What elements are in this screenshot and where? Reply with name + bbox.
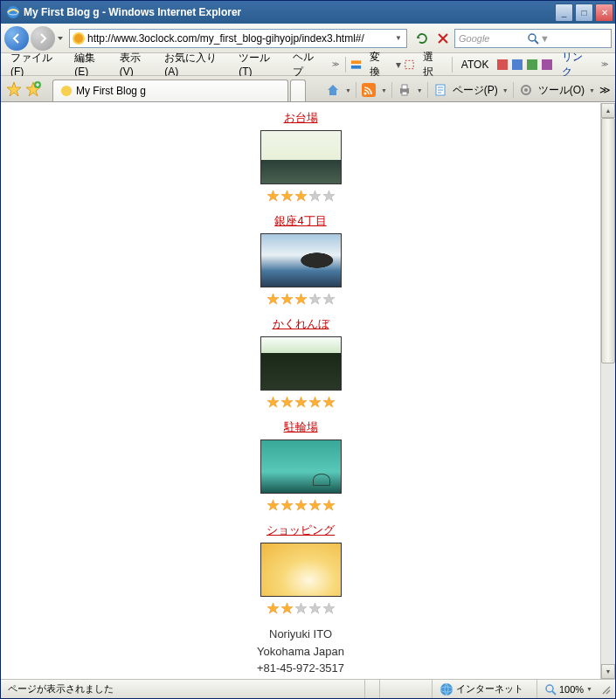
post-thumbnail[interactable] bbox=[260, 543, 342, 597]
cmdbar-overflow-icon[interactable]: ≫ bbox=[599, 84, 611, 96]
svg-point-15 bbox=[363, 93, 366, 95]
post: ショッピング bbox=[1, 523, 600, 615]
select-icon bbox=[403, 58, 416, 72]
stop-button[interactable] bbox=[433, 29, 453, 48]
atok-icon3[interactable] bbox=[525, 58, 538, 72]
scrollbar[interactable]: ▲ ▼ bbox=[600, 103, 615, 679]
post-thumbnail[interactable] bbox=[260, 233, 342, 287]
atok-icon2[interactable] bbox=[510, 58, 523, 72]
author-tel: +81-45-972-3517 bbox=[1, 660, 600, 677]
post: かくれんぼ bbox=[1, 316, 600, 409]
svg-point-21 bbox=[524, 88, 528, 92]
window-title: My First Blog g - Windows Internet Explo… bbox=[24, 6, 555, 18]
titlebar: My First Blog g - Windows Internet Explo… bbox=[1, 1, 615, 24]
rating-stars bbox=[1, 190, 600, 203]
zoom-level: 100% bbox=[559, 684, 584, 695]
menu-overflow-icon[interactable]: ≫ bbox=[329, 60, 342, 68]
author-info: Noriyuki ITO Yokohama Japan +81-45-972-3… bbox=[1, 626, 600, 677]
post-title-link[interactable]: 駐輪場 bbox=[284, 419, 318, 435]
scroll-down-button[interactable]: ▼ bbox=[601, 664, 615, 679]
atok-icon1[interactable] bbox=[495, 58, 509, 72]
tools-menu-icon bbox=[518, 82, 534, 98]
post-title-link[interactable]: かくれんぼ bbox=[273, 316, 329, 332]
rating-stars bbox=[1, 499, 600, 512]
favorites-star-icon[interactable] bbox=[5, 80, 23, 98]
post-title-link[interactable]: お台場 bbox=[284, 110, 318, 126]
svg-point-24 bbox=[546, 685, 553, 692]
rating-stars bbox=[1, 602, 600, 615]
post: 銀座4丁目 bbox=[1, 213, 600, 306]
resize-grip-icon[interactable] bbox=[599, 683, 612, 696]
refresh-button[interactable] bbox=[412, 29, 432, 48]
print-button[interactable] bbox=[397, 82, 412, 98]
menu-atok[interactable]: ATOK bbox=[456, 56, 495, 73]
url-dropdown-icon[interactable]: ▼ bbox=[392, 34, 405, 42]
svg-rect-7 bbox=[405, 60, 413, 68]
nav-dropdown-icon[interactable] bbox=[57, 35, 64, 42]
tab-favicon-icon bbox=[60, 85, 73, 97]
post: 駐輪場 bbox=[1, 419, 600, 512]
svg-rect-18 bbox=[402, 92, 407, 95]
maximize-button[interactable]: □ bbox=[575, 3, 593, 22]
search-box[interactable]: Google ▼ bbox=[454, 29, 612, 48]
menu-bar: ファイル(F) 編集(E) 表示(V) お気に入り(A) ツール(T) ヘルプ … bbox=[1, 53, 615, 76]
post-title-link[interactable]: ショッピング bbox=[266, 523, 335, 538]
links-overflow-icon[interactable]: ≫ bbox=[599, 60, 611, 68]
page-menu[interactable]: ページ(P) bbox=[453, 83, 498, 98]
minimize-button[interactable]: _ bbox=[555, 3, 573, 22]
feeds-button[interactable] bbox=[361, 82, 377, 98]
author-name: Noriyuki ITO bbox=[1, 626, 600, 643]
svg-rect-9 bbox=[512, 59, 523, 70]
post: お台場 bbox=[1, 110, 600, 203]
scroll-thumb[interactable] bbox=[601, 118, 615, 363]
search-icon[interactable] bbox=[526, 31, 540, 45]
close-button[interactable]: ✕ bbox=[595, 3, 613, 22]
page-menu-icon bbox=[433, 82, 448, 98]
zoom-icon[interactable] bbox=[544, 683, 557, 696]
add-favorites-icon[interactable] bbox=[24, 80, 42, 98]
tab-label: My First Blog g bbox=[76, 85, 146, 97]
rating-stars bbox=[1, 293, 600, 306]
svg-point-13 bbox=[61, 86, 72, 96]
svg-rect-6 bbox=[351, 65, 361, 68]
svg-point-22 bbox=[440, 683, 453, 696]
address-bar[interactable]: ▼ bbox=[69, 29, 407, 48]
convert-icon bbox=[350, 58, 363, 72]
tab-active[interactable]: My First Blog g bbox=[52, 80, 288, 101]
favicon-icon bbox=[72, 31, 86, 45]
search-dropdown-icon[interactable]: ▼ bbox=[540, 33, 607, 44]
post-title-link[interactable]: 銀座4丁目 bbox=[274, 213, 326, 229]
rating-stars bbox=[1, 396, 600, 409]
scroll-up-button[interactable]: ▲ bbox=[601, 103, 615, 118]
scroll-track[interactable] bbox=[601, 118, 615, 664]
svg-rect-10 bbox=[527, 59, 537, 70]
author-location: Yokohama Japan bbox=[1, 643, 600, 661]
home-button[interactable] bbox=[325, 82, 341, 98]
svg-rect-17 bbox=[402, 85, 407, 89]
svg-rect-11 bbox=[542, 59, 552, 70]
tools-menu[interactable]: ツール(O) bbox=[538, 83, 585, 98]
atok-icon4[interactable] bbox=[540, 58, 553, 72]
ie-icon bbox=[6, 5, 20, 19]
forward-button[interactable] bbox=[31, 26, 55, 51]
status-bar: ページが表示されました インターネット 100% ▼ bbox=[1, 679, 615, 698]
page-content: お台場銀座4丁目かくれんぼ駐輪場ショッピング Noriyuki ITO Yoko… bbox=[1, 103, 600, 679]
status-message: ページが表示されました bbox=[4, 682, 364, 696]
new-tab-button[interactable] bbox=[290, 80, 306, 101]
back-button[interactable] bbox=[4, 26, 29, 51]
svg-rect-14 bbox=[362, 83, 376, 97]
svg-rect-5 bbox=[351, 60, 361, 64]
status-zone: インターネット bbox=[456, 682, 523, 696]
globe-icon bbox=[440, 682, 453, 696]
post-thumbnail[interactable] bbox=[260, 130, 342, 184]
svg-rect-8 bbox=[497, 59, 508, 70]
url-input[interactable] bbox=[87, 32, 392, 45]
post-thumbnail[interactable] bbox=[260, 439, 342, 494]
svg-point-4 bbox=[529, 34, 536, 41]
tab-bar: My First Blog g ▼ ▼ ▼ ページ(P) ▼ ツール(O) ▼ … bbox=[1, 76, 615, 102]
search-placeholder: Google bbox=[459, 33, 526, 44]
post-thumbnail[interactable] bbox=[260, 336, 342, 391]
svg-point-3 bbox=[74, 34, 83, 43]
